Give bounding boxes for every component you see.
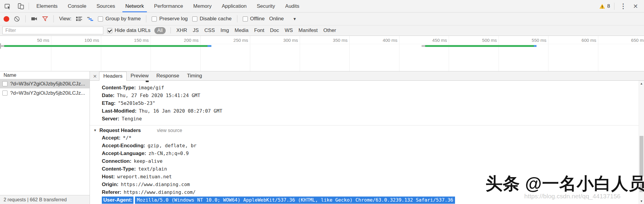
timeline-tick: 200 ms <box>200 36 201 71</box>
type-filter-css[interactable]: CSS <box>204 27 216 33</box>
type-filter-doc[interactable]: Doc <box>269 27 280 33</box>
warning-count: 8 <box>607 3 610 9</box>
inspect-element-icon[interactable] <box>4 2 12 10</box>
devtools-window: Elements Console Sources Network Perform… <box>0 0 644 204</box>
clear-icon[interactable] <box>14 16 20 22</box>
header-line: ETag:"5e201e5b-23" <box>90 99 644 107</box>
large-rows-view-icon[interactable] <box>76 16 82 21</box>
offline-checkbox[interactable] <box>243 16 248 22</box>
view-source-link[interactable]: view source <box>157 128 182 133</box>
hide-data-urls-option[interactable]: Hide data URLs <box>107 27 150 33</box>
filter-funnel-icon[interactable] <box>42 16 48 22</box>
header-line: Connection:keep-alive <box>90 157 644 165</box>
tab-timing[interactable]: Timing <box>183 71 206 80</box>
preserve-log-checkbox[interactable] <box>152 16 157 22</box>
request-1-waterfall-bar[interactable] <box>4 45 208 47</box>
type-filter-xhr[interactable]: XHR <box>176 27 188 33</box>
header-line: Last-Modified:Thu, 16 Jan 2020 08:27:07 … <box>90 107 644 115</box>
filter-bar: Hide data URLs All XHR JS CSS Img Media … <box>0 25 644 36</box>
type-filter-other[interactable]: Other <box>322 27 337 33</box>
request-row[interactable]: ?d=W3siY2giOiJzby5jb20iLCJz... <box>0 88 90 98</box>
toolbar-separator <box>29 3 29 10</box>
request-row[interactable]: ?d=W3siY2giOiJzby5jb20iLCJz... <box>0 79 90 88</box>
timeline-tick: 150 ms <box>150 36 151 71</box>
menu-icon[interactable]: ⋮ <box>619 3 628 10</box>
details-tab-strip: × Headers Preview Response Timing <box>90 71 644 81</box>
toolbar-separator <box>53 15 54 22</box>
type-filter-all[interactable]: All <box>154 27 166 34</box>
preserve-log-option[interactable]: Preserve log <box>152 16 187 22</box>
tab-security[interactable]: Security <box>252 0 280 12</box>
requests-panel: Name ?d=W3siY2giOiJzby5jb20iLCJz... ?d=W… <box>0 71 90 204</box>
tab-preview[interactable]: Preview <box>127 71 152 80</box>
request-headers-section-header: ▼Request Headersview source <box>90 126 644 134</box>
view-label: View: <box>59 16 71 22</box>
group-by-frame-option[interactable]: Group by frame <box>98 16 141 22</box>
timeline-tick: 50 ms <box>51 36 51 71</box>
request-checkbox[interactable] <box>2 91 7 96</box>
tab-elements[interactable]: Elements <box>31 0 63 12</box>
request-checkbox[interactable] <box>2 81 7 86</box>
toolbar-separator <box>170 27 171 33</box>
disable-cache-checkbox[interactable] <box>192 16 197 22</box>
section-divider <box>90 125 644 125</box>
throttling-dropdown[interactable]: Online ▼ <box>269 16 296 22</box>
header-line: Content-Type:image/gif <box>90 84 644 92</box>
tab-headers[interactable]: Headers <box>99 72 127 81</box>
group-by-frame-checkbox[interactable] <box>98 16 103 22</box>
timeline-tick: 100 ms <box>101 36 101 71</box>
request-2-waterfall-bar[interactable] <box>425 45 534 47</box>
type-filter-media[interactable]: Media <box>234 27 249 33</box>
header-line: Accept:*/* <box>90 134 644 142</box>
tab-response[interactable]: Response <box>153 71 183 80</box>
disclosure-icon[interactable]: ▼ <box>93 128 97 132</box>
scroll-up-icon[interactable]: ▲ <box>639 82 644 85</box>
scroll-down-icon[interactable]: ▼ <box>639 200 644 203</box>
tab-application[interactable]: Application <box>217 0 252 12</box>
type-filter-ws[interactable]: WS <box>284 27 293 33</box>
type-filter-js[interactable]: JS <box>192 27 200 33</box>
timeline-tick: 300 ms <box>300 36 300 71</box>
device-toolbar-icon[interactable] <box>17 2 25 10</box>
throttling-value: Online <box>269 16 284 22</box>
type-filter-font[interactable]: Font <box>253 27 265 33</box>
request-1-waiting-bar[interactable] <box>1 45 4 47</box>
type-filter-manifest[interactable]: Manifest <box>298 27 319 33</box>
disable-cache-option[interactable]: Disable cache <box>192 16 232 22</box>
request-name: ?d=W3siY2giOiJzby5jb20iLCJz... <box>10 90 85 96</box>
tab-memory[interactable]: Memory <box>188 0 216 12</box>
type-filter-img[interactable]: Img <box>220 27 230 33</box>
name-column-header[interactable]: Name <box>0 71 90 79</box>
tab-console[interactable]: Console <box>63 0 91 12</box>
tab-performance[interactable]: Performance <box>149 0 188 12</box>
toolbar-separator <box>146 15 146 22</box>
timeline-tick: 600 ms <box>598 36 598 71</box>
record-icon[interactable] <box>4 16 9 22</box>
timeline-tick: 400 ms <box>399 36 399 71</box>
header-line: Server:Tengine <box>90 115 644 123</box>
tab-audits[interactable]: Audits <box>280 0 304 12</box>
timeline-tick: 450 ms <box>449 36 449 71</box>
request-1-download-bar[interactable] <box>208 45 211 47</box>
tab-sources[interactable]: Sources <box>91 0 120 12</box>
header-line: Date:Thu, 27 Feb 2020 15:41:24 GMT <box>90 92 644 99</box>
request-2-download-bar[interactable] <box>534 45 537 47</box>
group-by-frame-label: Group by frame <box>105 16 141 22</box>
panel-close-icon[interactable]: × <box>91 73 99 79</box>
show-overview-icon[interactable] <box>87 17 93 21</box>
capture-screenshots-icon[interactable] <box>31 16 38 21</box>
hide-data-urls-checkbox[interactable] <box>107 28 112 33</box>
filter-input[interactable] <box>2 27 103 34</box>
header-line: Accept-Language:zh-CN,zh;q=0.9 <box>90 150 644 157</box>
offline-option[interactable]: Offline <box>243 16 265 22</box>
request-2-waiting-bar[interactable] <box>422 45 425 47</box>
toolbar-separator <box>614 3 614 10</box>
request-name: ?d=W3siY2giOiJzby5jb20iLCJz... <box>10 81 85 87</box>
header-line: Content-Type:text/plain <box>90 165 644 173</box>
header-line: Accept-Encoding:gzip, deflate, br <box>90 142 644 150</box>
devtools-main-toolbar: Elements Console Sources Network Perform… <box>0 0 644 13</box>
close-icon[interactable]: ✕ <box>632 3 639 9</box>
network-overview[interactable]: 50 ms 100 ms 150 ms 200 ms 250 ms 300 ms… <box>0 36 644 71</box>
tab-network[interactable]: Network <box>120 0 149 12</box>
warning-badge[interactable]: 8 <box>599 3 610 9</box>
